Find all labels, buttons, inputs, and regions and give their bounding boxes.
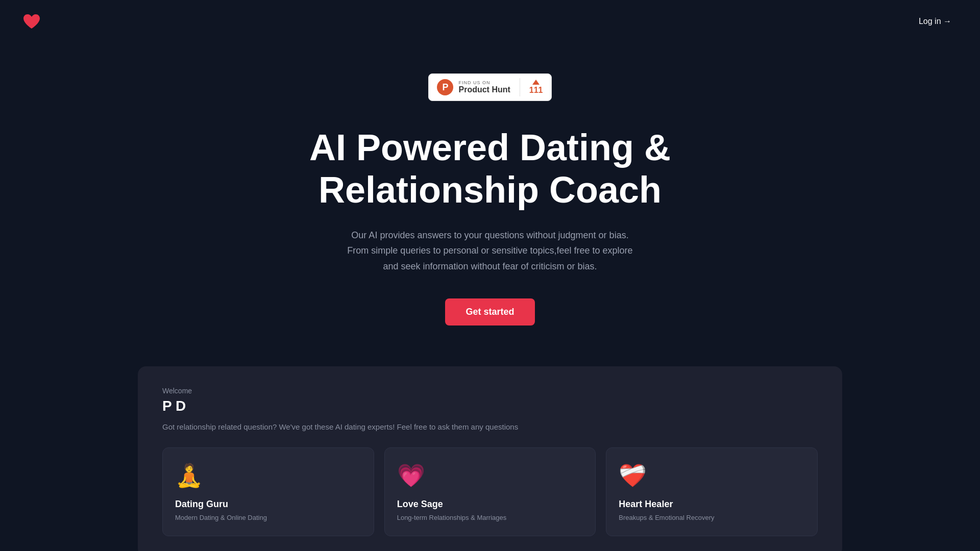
login-button[interactable]: Log in → xyxy=(911,13,960,30)
product-hunt-text: FIND US ON Product Hunt xyxy=(458,80,510,94)
header: Log in → xyxy=(0,0,980,43)
dating-guru-icon: 🧘 xyxy=(175,462,361,489)
love-sage-subtitle: Long-term Relationships & Marriages xyxy=(397,514,583,521)
dating-guru-title: Dating Guru xyxy=(175,499,361,510)
upvote-triangle-icon xyxy=(532,80,540,85)
card-dating-guru[interactable]: 🧘 Dating Guru Modern Dating & Online Dat… xyxy=(162,447,374,536)
heart-healer-title: Heart Healer xyxy=(619,499,805,510)
love-sage-icon: 💗 xyxy=(397,462,583,489)
welcome-section: Welcome P D Got relationship related que… xyxy=(138,366,842,551)
product-hunt-logo: P xyxy=(437,79,453,95)
logo[interactable] xyxy=(20,10,43,33)
welcome-name: P D xyxy=(162,398,818,414)
hero-title: AI Powered Dating & Relationship Coach xyxy=(260,127,720,211)
love-sage-title: Love Sage xyxy=(397,499,583,510)
product-hunt-divider xyxy=(520,78,520,96)
product-hunt-find-us: FIND US ON xyxy=(458,80,490,85)
card-love-sage[interactable]: 💗 Love Sage Long-term Relationships & Ma… xyxy=(384,447,596,536)
dating-guru-subtitle: Modern Dating & Online Dating xyxy=(175,514,361,521)
product-hunt-name: Product Hunt xyxy=(458,85,510,94)
product-hunt-badge[interactable]: P FIND US ON Product Hunt 111 xyxy=(428,73,551,101)
welcome-label: Welcome xyxy=(162,387,818,395)
hero-section: P FIND US ON Product Hunt 111 AI Powered… xyxy=(0,43,980,366)
hero-subtitle: Our AI provides answers to your question… xyxy=(342,228,638,274)
get-started-button[interactable]: Get started xyxy=(445,298,534,325)
vote-count: 111 xyxy=(529,86,543,95)
heart-healer-icon: ❤️‍🩹 xyxy=(619,462,805,489)
cards-row: 🧘 Dating Guru Modern Dating & Online Dat… xyxy=(162,447,818,536)
heart-healer-subtitle: Breakups & Emotional Recovery xyxy=(619,514,805,521)
product-hunt-vote: 111 xyxy=(529,80,543,95)
welcome-description: Got relationship related question? We've… xyxy=(162,422,818,431)
card-heart-healer[interactable]: ❤️‍🩹 Heart Healer Breakups & Emotional R… xyxy=(606,447,818,536)
